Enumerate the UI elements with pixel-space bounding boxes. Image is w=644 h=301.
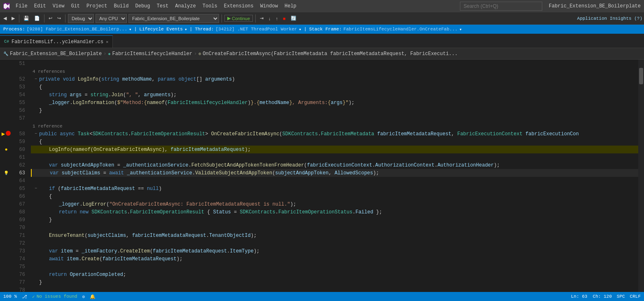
code-line-56: } bbox=[31, 107, 638, 114]
ref-hint-1-text: 4 references bbox=[33, 69, 65, 74]
stack-label: Stack Frame: bbox=[309, 27, 342, 32]
code-area[interactable]: 4 references − private void LogInfo(stri… bbox=[31, 60, 638, 292]
collapse-52-icon[interactable]: − bbox=[33, 76, 39, 83]
gutter-58[interactable]: ▶ bbox=[0, 130, 12, 138]
back-button[interactable]: ◀ bbox=[2, 15, 8, 22]
play-icon: ▶ bbox=[227, 16, 231, 21]
redo-button[interactable]: ↪ bbox=[56, 15, 63, 22]
breadcrumb-class[interactable]: FabricItemsLifecycleHandler bbox=[112, 51, 192, 57]
linenum-66: 66 bbox=[12, 192, 28, 200]
tab-fabricitemshandler[interactable]: C# FabricItemsLif...ycleHandler.cs ✕ bbox=[0, 35, 113, 48]
step-out-button[interactable]: ↑ bbox=[274, 15, 280, 22]
gutter-72 bbox=[0, 239, 12, 247]
project-dropdown[interactable]: Fabric_Extension_BE_Boilerplate bbox=[128, 14, 219, 23]
gutter-51 bbox=[0, 60, 12, 67]
code-line-60: LogInfo(nameof(OnCreateFabricItemAsync),… bbox=[31, 146, 638, 153]
git-branch-icon: ⎇ bbox=[22, 294, 27, 299]
linenum-61: 61 bbox=[12, 153, 28, 161]
stack-value: FabricItemsLifecycleHandler.OnCreateFab.… bbox=[343, 27, 457, 32]
restart-button[interactable]: 🔄 bbox=[289, 15, 298, 22]
collapse-65-icon[interactable]: − bbox=[33, 185, 39, 192]
search-input[interactable] bbox=[460, 2, 542, 11]
linenum-70: 70 bbox=[12, 224, 28, 232]
menu-view[interactable]: View bbox=[50, 2, 67, 10]
status-ok: ✓ No issues found bbox=[32, 294, 77, 299]
step-over-button[interactable]: ⇥ bbox=[258, 15, 265, 22]
menu-project[interactable]: Project bbox=[84, 2, 110, 10]
stop-button[interactable]: ■ bbox=[281, 15, 287, 22]
menu-debug[interactable]: Debug bbox=[133, 2, 152, 10]
gutter-62 bbox=[0, 161, 12, 169]
gutter-64 bbox=[0, 177, 12, 185]
code-line-72 bbox=[31, 239, 638, 247]
breadcrumb-method[interactable]: OnCreateFabricItemAsync(FabricItemMetada… bbox=[203, 51, 457, 57]
line-ending: CRLF bbox=[630, 294, 641, 299]
window-title: Fabric_Extension_BE_Boilerplate bbox=[549, 3, 641, 9]
line-col: Ln: 63 Ch: 120 bbox=[571, 294, 612, 299]
stack-dropdown-icon[interactable]: ▾ bbox=[459, 27, 462, 32]
menu-build[interactable]: Build bbox=[111, 2, 131, 10]
vertical-scrollbar[interactable] bbox=[638, 60, 644, 292]
breadcrumb-bar: 🔧 Fabric_Extension_BE_Boilerplate › ◈ Fa… bbox=[0, 48, 644, 60]
linenum-55: 55 bbox=[12, 99, 28, 107]
save-button[interactable]: 💾 bbox=[22, 15, 31, 22]
linenum-60: 60 bbox=[12, 146, 28, 153]
collapse-58-icon[interactable]: − bbox=[33, 131, 39, 137]
gutter-75 bbox=[0, 263, 12, 271]
vs-logo bbox=[3, 3, 10, 9]
undo-button[interactable]: ↩ bbox=[47, 15, 54, 22]
gutter-57 bbox=[0, 114, 12, 122]
cpu-dropdown[interactable]: Any CPU bbox=[96, 14, 127, 23]
code-line-51 bbox=[31, 60, 638, 67]
gutter-78 bbox=[0, 286, 12, 292]
gutter-59 bbox=[0, 138, 12, 146]
linenum-78: 78 bbox=[12, 286, 28, 292]
current-debug-icon: ● bbox=[5, 147, 7, 153]
brace-open-53: { bbox=[39, 84, 42, 90]
code-line-74: await item.Create(fabricItemMetadataRequ… bbox=[31, 255, 638, 263]
breadcrumb-project[interactable]: Fabric_Extension_BE_Boilerplate bbox=[10, 51, 102, 57]
debug-mode-dropdown[interactable]: Debug bbox=[68, 14, 94, 23]
continue-button[interactable]: ▶ Continue bbox=[224, 15, 253, 22]
code-line-77: } bbox=[31, 278, 638, 286]
menu-git[interactable]: Git bbox=[68, 2, 82, 10]
menu-analyze[interactable]: Analyze bbox=[173, 2, 198, 10]
code-line-71: EnsureTenant(subjectClaims, fabricItemMe… bbox=[31, 232, 638, 239]
linenum-74: 74 bbox=[12, 255, 28, 263]
menu-file[interactable]: File bbox=[13, 2, 30, 10]
breakpoint-gutter: ▶ ● 💡 bbox=[0, 60, 12, 292]
menu-window[interactable]: Window bbox=[258, 2, 280, 10]
menu-edit[interactable]: Edit bbox=[32, 2, 49, 10]
gutter-56 bbox=[0, 107, 12, 114]
code-line-73: var item = _itemFactory.CreateItem(fabri… bbox=[31, 247, 638, 255]
linenum-58: 58 bbox=[12, 130, 28, 138]
ref-hint-2-text: 1 reference bbox=[33, 124, 63, 129]
gutter-77 bbox=[0, 278, 12, 286]
method-loginfo: LogInfo bbox=[78, 76, 98, 82]
new-file-button[interactable]: 📄 bbox=[33, 15, 42, 22]
menu-tools[interactable]: Tools bbox=[200, 2, 220, 10]
menu-test[interactable]: Test bbox=[154, 2, 171, 10]
zoom-level: 100 % bbox=[3, 294, 17, 299]
tab-label: FabricItemsLif...ycleHandler.cs bbox=[12, 39, 103, 45]
process-dropdown-icon[interactable]: ▾ bbox=[129, 27, 132, 32]
linenum-52: 52 bbox=[12, 75, 28, 83]
line-numbers: 51 52 53 54 55 56 57 58 59 60 61 62 63 6… bbox=[12, 60, 31, 292]
lifecycle-events[interactable]: Lifecycle Events ▾ bbox=[139, 27, 187, 32]
step-into-button[interactable]: ↓ bbox=[267, 15, 273, 22]
continue-label: Continue bbox=[232, 16, 250, 21]
thread-dropdown-icon[interactable]: ▾ bbox=[299, 27, 301, 32]
menu-extensions[interactable]: Extensions bbox=[222, 2, 256, 10]
menu-help[interactable]: Help bbox=[282, 2, 299, 10]
code-line-68: return new SDKContracts.FabricItemOperat… bbox=[31, 208, 638, 216]
stack-info: Stack Frame: FabricItemsLifecycleHandler… bbox=[309, 27, 462, 32]
tab-icon: C# bbox=[4, 39, 9, 44]
tab-close-button[interactable]: ✕ bbox=[106, 39, 108, 44]
code-line-65: − if (fabricItemMetadataRequest == null) bbox=[31, 185, 638, 192]
gutter-53 bbox=[0, 83, 12, 91]
linenum-68: 68 bbox=[12, 208, 28, 216]
toolbar: ◀ ▶ 💾 📄 ↩ ↪ Debug Any CPU Fabric_Extensi… bbox=[0, 12, 644, 25]
col-info: Ch: 120 bbox=[593, 294, 612, 299]
linenum-67: 67 bbox=[12, 200, 28, 208]
forward-button[interactable]: ▶ bbox=[10, 15, 16, 22]
